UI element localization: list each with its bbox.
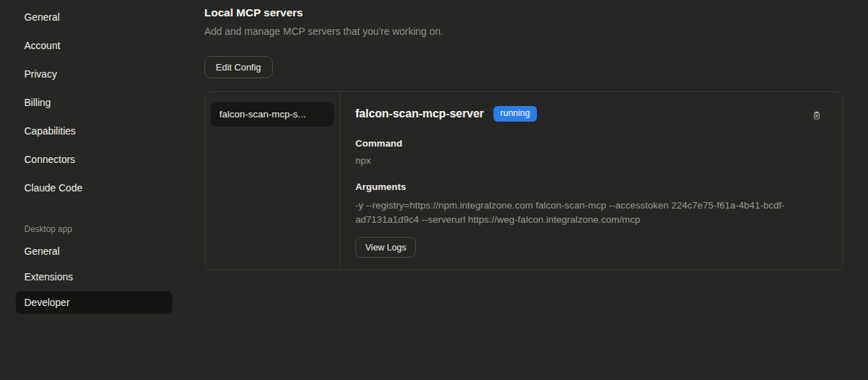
arguments-label: Arguments bbox=[355, 181, 825, 194]
page-subtitle: Add and manage MCP servers that you're w… bbox=[204, 24, 843, 38]
sidebar-item-claude-code[interactable]: Claude Code bbox=[16, 175, 172, 201]
settings-sidebar: General Account Privacy Billing Capabili… bbox=[16, 4, 172, 317]
mcp-server-card: falcon-scan-mcp-s... falcon-scan-mcp-ser… bbox=[204, 91, 843, 270]
sidebar-item-developer[interactable]: Developer bbox=[16, 291, 172, 314]
server-list-item-falcon-scan[interactable]: falcon-scan-mcp-s... bbox=[211, 102, 334, 127]
sidebar-item-connectors[interactable]: Connectors bbox=[16, 147, 172, 172]
sidebar-item-billing[interactable]: Billing bbox=[16, 90, 172, 115]
page-title: Local MCP servers bbox=[204, 6, 843, 20]
trash-icon bbox=[811, 110, 822, 121]
status-badge: running bbox=[493, 106, 538, 122]
server-detail-panel: falcon-scan-mcp-server running Command n… bbox=[340, 92, 842, 270]
server-detail-header: falcon-scan-mcp-server running bbox=[355, 104, 825, 124]
command-label: Command bbox=[355, 137, 825, 150]
server-name: falcon-scan-mcp-server bbox=[355, 107, 484, 120]
sidebar-item-general[interactable]: General bbox=[16, 4, 172, 30]
sidebar-item-account[interactable]: Account bbox=[16, 33, 172, 58]
server-list-panel: falcon-scan-mcp-s... bbox=[205, 92, 340, 270]
sidebar-section-desktop-app: Desktop app bbox=[16, 223, 172, 235]
sidebar-item-privacy[interactable]: Privacy bbox=[16, 61, 172, 87]
sidebar-item-capabilities[interactable]: Capabilities bbox=[16, 118, 172, 144]
sidebar-item-extensions[interactable]: Extensions bbox=[16, 265, 172, 288]
developer-settings-panel: Local MCP servers Add and manage MCP ser… bbox=[204, 0, 843, 270]
arguments-value: -y --registry=https://npm.integralzone.c… bbox=[355, 199, 825, 227]
edit-config-button[interactable]: Edit Config bbox=[204, 56, 273, 78]
view-logs-button[interactable]: View Logs bbox=[355, 237, 416, 258]
sidebar-item-desktop-general[interactable]: General bbox=[16, 240, 172, 263]
command-value: npx bbox=[355, 154, 825, 167]
delete-server-button[interactable] bbox=[810, 108, 824, 122]
